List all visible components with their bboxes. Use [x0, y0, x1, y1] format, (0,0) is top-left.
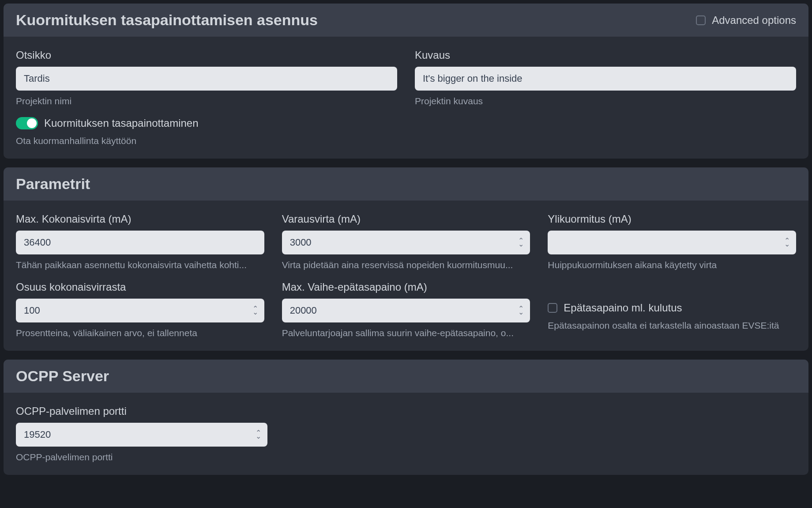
max-total-input[interactable]	[16, 231, 264, 254]
panel-header: OCPP Server	[4, 360, 808, 393]
panel-body: Max. Kokonaisvirta (mA) Tähän paikkaan a…	[4, 201, 808, 351]
imbalance-help: Epätasapainon osalta ei tarkastella aino…	[548, 320, 796, 331]
advanced-options-label: Advanced options	[712, 14, 796, 27]
reserve-label: Varausvirta (mA)	[282, 213, 530, 225]
imbalance-checkbox[interactable]	[548, 303, 557, 313]
panel-title: OCPP Server	[16, 368, 109, 385]
description-input[interactable]	[415, 67, 796, 91]
description-label: Kuvaus	[415, 49, 796, 61]
max-phase-help: Palveluntarjoajan sallima suurin vaihe-e…	[282, 328, 530, 338]
share-help: Prosentteina, väliaikainen arvo, ei tall…	[16, 328, 264, 338]
overload-help: Huippukuormituksen aikana käytetty virta	[548, 260, 796, 270]
overload-label: Ylikuormitus (mA)	[548, 213, 796, 225]
max-phase-input[interactable]	[282, 299, 530, 322]
title-field: Otsikko Projektin nimi	[16, 49, 397, 106]
max-phase-label: Max. Vaihe-epätasapaino (mA)	[282, 281, 530, 293]
reserve-field: Varausvirta (mA) ⌃⌄ Virta pidetään aina …	[282, 213, 530, 270]
load-balancing-panel: Kuormituksen tasapainottamisen asennus A…	[4, 4, 808, 159]
panel-title: Parametrit	[16, 175, 90, 193]
load-balancing-toggle-help: Ota kuormanhallinta käyttöön	[16, 136, 796, 146]
max-total-field: Max. Kokonaisvirta (mA) Tähän paikkaan a…	[16, 213, 264, 270]
reserve-help: Virta pidetään aina reservissä nopeiden …	[282, 260, 530, 270]
max-total-help: Tähän paikkaan asennettu kokonaisvirta v…	[16, 260, 264, 270]
advanced-options-row: Advanced options	[696, 14, 796, 27]
panel-body: Otsikko Projektin nimi Kuvaus Projektin …	[4, 37, 808, 159]
max-phase-field: Max. Vaihe-epätasapaino (mA) ⌃⌄ Palvelun…	[282, 281, 530, 338]
load-balancing-toggle[interactable]	[16, 117, 38, 129]
title-input[interactable]	[16, 67, 397, 91]
panel-title: Kuormituksen tasapainottamisen asennus	[16, 11, 318, 29]
overload-field: Ylikuormitus (mA) ⌃⌄ Huippukuormituksen …	[548, 213, 796, 270]
reserve-input[interactable]	[282, 231, 530, 254]
title-label: Otsikko	[16, 49, 397, 61]
ocpp-server-panel: OCPP Server OCPP-palvelimen portti ⌃⌄ OC…	[4, 360, 808, 475]
overload-input[interactable]	[548, 231, 796, 254]
advanced-options-checkbox[interactable]	[696, 15, 706, 25]
load-balancing-toggle-row: Kuormituksen tasapainottaminen	[16, 117, 796, 129]
imbalance-field: Epätasapaino ml. kulutus Epätasapainon o…	[548, 281, 796, 338]
title-help: Projektin nimi	[16, 96, 397, 106]
share-field: Osuus kokonaisvirrasta ⌃⌄ Prosentteina, …	[16, 281, 264, 338]
description-help: Projektin kuvaus	[415, 96, 796, 106]
load-balancing-toggle-label: Kuormituksen tasapainottaminen	[44, 117, 199, 129]
panel-header: Parametrit	[4, 167, 808, 201]
ocpp-port-input[interactable]	[16, 423, 267, 447]
panel-header: Kuormituksen tasapainottamisen asennus A…	[4, 4, 808, 37]
share-label: Osuus kokonaisvirrasta	[16, 281, 264, 293]
share-input[interactable]	[16, 299, 264, 322]
ocpp-port-label: OCPP-palvelimen portti	[16, 405, 267, 417]
panel-body: OCPP-palvelimen portti ⌃⌄ OCPP-palvelime…	[4, 393, 808, 475]
parameters-panel: Parametrit Max. Kokonaisvirta (mA) Tähän…	[4, 167, 808, 351]
description-field: Kuvaus Projektin kuvaus	[415, 49, 796, 106]
max-total-label: Max. Kokonaisvirta (mA)	[16, 213, 264, 225]
imbalance-label: Epätasapaino ml. kulutus	[564, 302, 682, 314]
ocpp-port-help: OCPP-palvelimen portti	[16, 452, 267, 463]
ocpp-port-field: OCPP-palvelimen portti ⌃⌄ OCPP-palvelime…	[16, 405, 267, 463]
